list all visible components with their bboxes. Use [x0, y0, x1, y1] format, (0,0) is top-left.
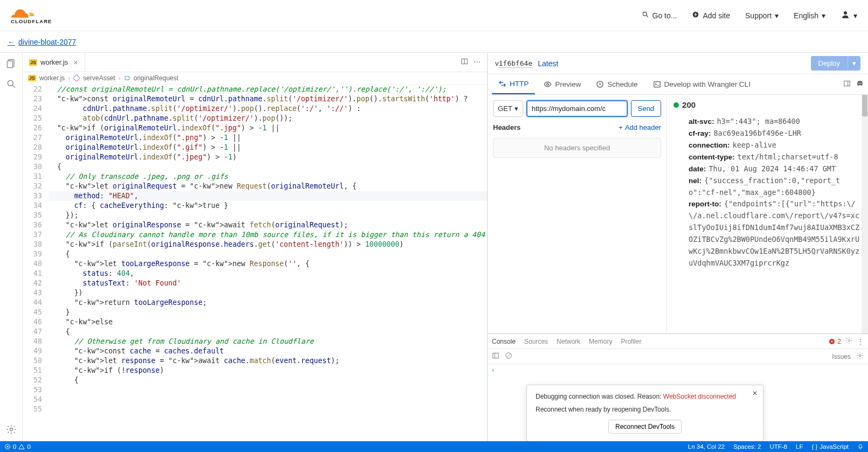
url-input[interactable] — [526, 100, 628, 117]
issues-label[interactable]: Issues — [832, 353, 851, 360]
svg-line-2 — [646, 15, 648, 17]
language-mode[interactable]: { } JavaScript — [811, 443, 849, 450]
terminal-icon — [653, 80, 661, 88]
encoding[interactable]: UTF-8 — [769, 443, 787, 450]
svg-rect-6 — [7, 61, 12, 68]
add-site-button[interactable]: Add site — [692, 11, 730, 20]
close-icon[interactable]: × — [73, 58, 78, 67]
split-editor-icon[interactable] — [461, 58, 468, 67]
breadcrumb-bar: ← divine-bloat-2077 — [0, 31, 868, 53]
arrow-left-icon: ← — [8, 38, 15, 46]
tab-http[interactable]: HTTP — [492, 74, 535, 94]
response-headers: alt-svc:h3=":443"; ma=86400cf-ray:8ac69e… — [689, 116, 862, 269]
request-pane: GET ▾ Send Headers + Add header No heade… — [488, 95, 667, 333]
activity-bar — [0, 53, 23, 441]
code-breadcrumbs[interactable]: JS worker.js › serveAsset › originalRequ… — [23, 72, 487, 85]
version-hash[interactable]: 1f6bf64e — [499, 59, 533, 68]
devtools-tab-network[interactable]: Network — [557, 338, 580, 345]
user-menu[interactable]: ▾ — [841, 10, 857, 21]
svg-point-20 — [848, 339, 850, 342]
bell-icon[interactable] — [857, 443, 864, 450]
devtools-tab-sources[interactable]: Sources — [524, 338, 548, 345]
search-icon — [642, 11, 649, 20]
version-bar: v1f6bf64e Latest Deploy ▾ — [488, 53, 868, 74]
cloudflare-logo[interactable]: CLOUDFLARE — [11, 6, 65, 25]
devtools-toolbar: Issues — [488, 349, 868, 364]
svg-point-1 — [643, 12, 647, 16]
devtools-tab-profiler[interactable]: Profiler — [621, 338, 641, 345]
explorer-icon[interactable] — [6, 58, 17, 69]
editor-area: JS worker.js × ⋯ JS worker.js › serveAss… — [23, 53, 487, 441]
error-icon — [829, 338, 835, 345]
right-tabs: HTTP Preview Schedule Develop with Wrang… — [488, 74, 868, 95]
back-link[interactable]: ← divine-bloat-2077 — [8, 38, 76, 46]
devtools-more-icon[interactable]: ⋮ — [857, 338, 864, 345]
svg-text:CLOUDFLARE: CLOUDFLARE — [11, 18, 52, 24]
error-icon — [4, 443, 11, 450]
variable-icon — [124, 75, 130, 81]
send-button[interactable]: Send — [631, 100, 661, 117]
top-nav: Go to... Add site Support ▾ English ▾ ▾ — [642, 10, 857, 21]
eye-icon — [544, 80, 552, 88]
svg-rect-12 — [73, 75, 80, 81]
reconnect-button[interactable]: Reconnect DevTools — [608, 420, 682, 434]
tab-schedule[interactable]: Schedule — [589, 74, 644, 94]
status-errors[interactable]: 0 0 — [4, 443, 31, 450]
no-headers-message: No headers specified — [493, 138, 661, 158]
version-latest[interactable]: Latest — [538, 59, 558, 68]
goto-button[interactable]: Go to... — [642, 11, 677, 20]
svg-point-14 — [547, 84, 549, 86]
deploy-dropdown[interactable]: ▾ — [848, 56, 860, 71]
editor-column: JS worker.js × ⋯ JS worker.js › serveAss… — [0, 53, 488, 441]
code-editor[interactable]: 2223242526272829303132333435363738394041… — [23, 85, 487, 441]
panel-icon[interactable] — [843, 80, 851, 89]
headers-label: Headers — [493, 123, 520, 131]
tab-worker-js[interactable]: JS worker.js × — [23, 53, 85, 72]
devtools-panel: Console Sources Network Memory Profiler … — [488, 333, 868, 441]
http-icon — [498, 80, 506, 88]
devtools-settings-icon[interactable] — [845, 337, 853, 346]
search-icon[interactable] — [6, 79, 17, 89]
settings-icon[interactable] — [6, 424, 17, 435]
svg-rect-17 — [844, 81, 850, 86]
svg-line-24 — [507, 354, 511, 358]
method-select[interactable]: GET ▾ — [493, 100, 523, 117]
devtools-tab-console[interactable]: Console — [492, 338, 516, 345]
user-icon — [841, 10, 850, 21]
tab-wrangler[interactable]: Develop with Wrangler CLI — [647, 74, 757, 94]
console-body[interactable]: › ✕ Debugging connection was closed. Rea… — [488, 364, 868, 441]
code-text[interactable]: //const originalRemoteUrl = cdnUrl.pathn… — [48, 85, 487, 441]
more-icon[interactable]: ⋯ — [474, 58, 481, 67]
status-dot-icon — [673, 102, 679, 108]
language-dropdown[interactable]: English ▾ — [794, 11, 825, 20]
error-count-badge[interactable]: 2 — [829, 338, 841, 345]
tab-preview[interactable]: Preview — [537, 74, 587, 94]
support-dropdown[interactable]: Support ▾ — [745, 11, 779, 20]
svg-line-8 — [12, 85, 15, 88]
editor-tabs: JS worker.js × ⋯ — [23, 53, 487, 72]
indentation[interactable]: Spaces: 2 — [733, 443, 761, 450]
response-pane: 200 alt-svc:h3=":443"; ma=86400cf-ray:8a… — [667, 95, 868, 333]
devtools-settings-icon[interactable] — [856, 352, 864, 361]
right-column: v1f6bf64e Latest Deploy ▾ HTTP Preview S… — [488, 53, 868, 441]
add-header-button[interactable]: + Add header — [619, 123, 661, 131]
line-gutter: 2223242526272829303132333435363738394041… — [23, 85, 48, 441]
eol[interactable]: LF — [796, 443, 803, 450]
chevron-down-icon: ▾ — [515, 105, 518, 113]
deploy-button[interactable]: Deploy — [811, 56, 848, 71]
js-file-icon: JS — [28, 75, 36, 81]
devtools-tab-memory[interactable]: Memory — [589, 338, 612, 345]
svg-rect-13 — [125, 77, 129, 80]
main-content: JS worker.js × ⋯ JS worker.js › serveAss… — [0, 53, 868, 441]
cursor-position[interactable]: Ln 34, Col 22 — [688, 443, 725, 450]
discord-icon[interactable] — [856, 80, 864, 89]
svg-point-7 — [8, 80, 13, 86]
svg-point-9 — [10, 428, 12, 431]
devtools-popup: ✕ Debugging connection was closed. Reaso… — [526, 385, 763, 441]
close-icon[interactable]: ✕ — [752, 390, 758, 397]
sidebar-toggle-icon[interactable] — [492, 352, 499, 361]
response-status: 200 — [673, 100, 862, 109]
clear-console-icon[interactable] — [505, 352, 512, 361]
scrollbar[interactable] — [862, 95, 868, 333]
console-prompt-icon: › — [492, 366, 494, 374]
